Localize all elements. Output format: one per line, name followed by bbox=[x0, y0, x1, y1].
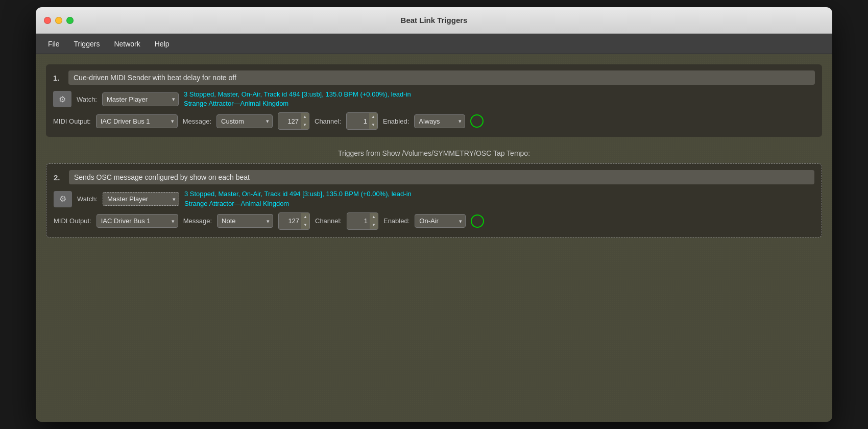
trigger-1-channel-down[interactable]: ▼ bbox=[369, 121, 377, 129]
trigger-2-status: 3 Stopped, Master, On-Air, Track id 494 … bbox=[184, 189, 814, 208]
trigger-2-title-input[interactable] bbox=[69, 170, 814, 184]
trigger-1-spinner-btns: ▲ ▼ bbox=[301, 113, 309, 129]
trigger-2-enabled-dropdown[interactable]: On-Air Always Never bbox=[415, 214, 466, 228]
trigger-1-enabled-dropdown[interactable]: Always On-Air Never bbox=[414, 114, 465, 128]
trigger-2-block: 2. ⚙ Watch: Master Player Any Player Pla… bbox=[46, 163, 822, 237]
trigger-2-midi-output-dropdown[interactable]: IAC Driver Bus 1 bbox=[97, 214, 178, 228]
trigger-1-message-wrap: Custom Note CC bbox=[216, 114, 273, 128]
main-content: 1. ⚙ Watch: Master Player Any Player Pla… bbox=[36, 54, 832, 422]
close-button[interactable] bbox=[44, 17, 51, 24]
trigger-2-enabled-label: Enabled: bbox=[383, 217, 409, 225]
trigger-2-spinner-btns: ▲ ▼ bbox=[301, 213, 309, 229]
trigger-1-number: 1. bbox=[53, 74, 64, 82]
trigger-1-channel-label: Channel: bbox=[315, 117, 341, 125]
trigger-1-status: 3 Stopped, Master, On-Air, Track id 494 … bbox=[184, 90, 815, 108]
trigger-1-gear-button[interactable]: ⚙ bbox=[53, 91, 71, 107]
trigger-1-midi-output-label: MIDI Output: bbox=[53, 117, 91, 125]
trigger-1-midi-output-dropdown[interactable]: IAC Driver Bus 1 bbox=[96, 114, 178, 128]
trigger-1-channel-btns: ▲ ▼ bbox=[369, 113, 377, 129]
window-controls bbox=[44, 17, 74, 24]
trigger-2-value-down[interactable]: ▼ bbox=[301, 221, 309, 229]
show-separator: Triggers from Show /Volumes/SYMMETRY/OSC… bbox=[46, 145, 822, 163]
minimize-button[interactable] bbox=[55, 17, 62, 24]
trigger-2-message-wrap: Note Custom CC bbox=[217, 214, 273, 228]
trigger-1-value-down[interactable]: ▼ bbox=[301, 121, 309, 129]
trigger-2-message-label: Message: bbox=[183, 217, 212, 225]
trigger-1-midi-output-wrap: IAC Driver Bus 1 bbox=[96, 114, 178, 128]
trigger-2-midi-output-label: MIDI Output: bbox=[54, 217, 91, 225]
trigger-2-enabled-wrap: On-Air Always Never bbox=[415, 214, 466, 228]
trigger-2-controls-row: ⚙ Watch: Master Player Any Player Player… bbox=[54, 189, 814, 208]
trigger-1-watch-wrap: Master Player Any Player Player 1 Player… bbox=[102, 92, 179, 106]
menu-file[interactable]: File bbox=[42, 38, 66, 50]
trigger-2-message-dropdown[interactable]: Note Custom CC bbox=[217, 214, 273, 228]
trigger-2-value-input[interactable] bbox=[279, 214, 301, 227]
trigger-1-message-label: Message: bbox=[183, 117, 211, 125]
maximize-button[interactable] bbox=[66, 17, 74, 24]
main-window: Beat Link Triggers File Triggers Network… bbox=[36, 7, 832, 422]
menubar: File Triggers Network Help bbox=[36, 34, 832, 54]
window-title: Beat Link Triggers bbox=[401, 16, 468, 25]
trigger-2-channel-up[interactable]: ▲ bbox=[370, 213, 378, 221]
trigger-2-channel-btns: ▲ ▼ bbox=[370, 213, 378, 229]
trigger-1-channel-input[interactable] bbox=[347, 115, 369, 128]
trigger-2-status-circle bbox=[471, 214, 484, 228]
trigger-1-status-circle bbox=[470, 114, 484, 128]
menu-help[interactable]: Help bbox=[149, 38, 176, 50]
trigger-2-title-row: 2. bbox=[54, 170, 814, 184]
menu-network[interactable]: Network bbox=[108, 38, 146, 50]
trigger-1-message-dropdown[interactable]: Custom Note CC bbox=[216, 114, 273, 128]
trigger-1-channel-up[interactable]: ▲ bbox=[369, 113, 377, 121]
trigger-2-channel-label: Channel: bbox=[315, 217, 342, 225]
trigger-1-value-up[interactable]: ▲ bbox=[301, 113, 309, 121]
trigger-2-number: 2. bbox=[54, 173, 65, 182]
trigger-1-value-spinner: ▲ ▼ bbox=[278, 112, 309, 130]
trigger-2-value-spinner: ▲ ▼ bbox=[278, 212, 310, 230]
trigger-1-watch-label: Watch: bbox=[77, 96, 97, 103]
trigger-2-watch-label: Watch: bbox=[77, 195, 98, 203]
trigger-1-enabled-label: Enabled: bbox=[383, 117, 409, 125]
trigger-2-midi-output-wrap: IAC Driver Bus 1 bbox=[97, 214, 178, 228]
trigger-2-channel-input[interactable] bbox=[347, 214, 370, 227]
trigger-2-watch-wrap: Master Player Any Player Player 1 Player… bbox=[103, 192, 179, 206]
trigger-1-channel-spinner: ▲ ▼ bbox=[346, 112, 378, 130]
trigger-1-value-input[interactable] bbox=[278, 115, 301, 128]
menu-triggers[interactable]: Triggers bbox=[68, 38, 106, 50]
trigger-1-title-row: 1. bbox=[53, 70, 815, 85]
trigger-1-watch-dropdown[interactable]: Master Player Any Player Player 1 Player… bbox=[102, 92, 179, 106]
trigger-1-enabled-wrap: Always On-Air Never bbox=[414, 114, 465, 128]
trigger-2-watch-dropdown[interactable]: Master Player Any Player Player 1 Player… bbox=[103, 192, 179, 206]
trigger-1-midi-row: MIDI Output: IAC Driver Bus 1 Message: C… bbox=[53, 112, 815, 130]
trigger-2-channel-spinner: ▲ ▼ bbox=[347, 212, 378, 230]
trigger-1-block: 1. ⚙ Watch: Master Player Any Player Pla… bbox=[46, 64, 822, 137]
trigger-2-channel-down[interactable]: ▼ bbox=[370, 221, 378, 229]
trigger-1-title-input[interactable] bbox=[68, 70, 815, 85]
trigger-2-value-up[interactable]: ▲ bbox=[301, 213, 309, 221]
titlebar: Beat Link Triggers bbox=[36, 7, 832, 34]
trigger-2-gear-button[interactable]: ⚙ bbox=[54, 191, 72, 207]
trigger-2-midi-row: MIDI Output: IAC Driver Bus 1 Message: N… bbox=[54, 212, 814, 230]
trigger-1-controls-row: ⚙ Watch: Master Player Any Player Player… bbox=[53, 90, 815, 108]
